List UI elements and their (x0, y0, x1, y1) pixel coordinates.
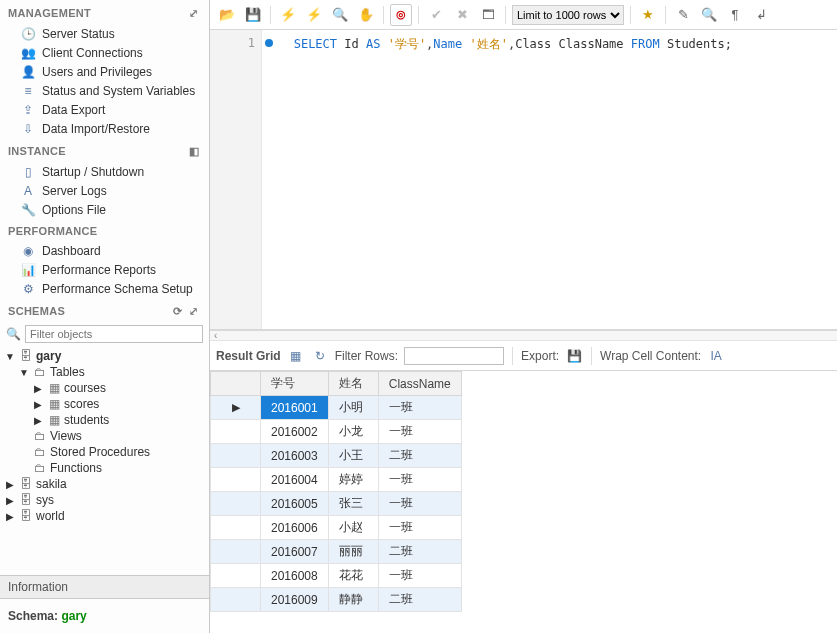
export-icon[interactable]: 💾 (565, 347, 583, 365)
table-scores[interactable]: ▶▦scores (4, 396, 205, 412)
nav-status-vars[interactable]: ≡Status and System Variables (0, 81, 209, 100)
cell[interactable]: 丽丽 (328, 540, 378, 564)
nav-data-import[interactable]: ⇩Data Import/Restore (0, 119, 209, 138)
explain-icon[interactable]: 🔍 (329, 4, 351, 26)
table-courses[interactable]: ▶▦courses (4, 380, 205, 396)
cell[interactable]: 2016008 (261, 564, 329, 588)
execute-icon[interactable]: ⚡ (277, 4, 299, 26)
table-row[interactable]: 2016004婷婷一班 (211, 468, 462, 492)
row-selector[interactable] (211, 588, 261, 612)
table-row[interactable]: 2016009静静二班 (211, 588, 462, 612)
schema-sakila[interactable]: ▶🗄sakila (4, 476, 205, 492)
table-row[interactable]: 2016008花花一班 (211, 564, 462, 588)
tab-scroll-strip[interactable] (210, 331, 837, 341)
expand-icon[interactable]: ⤢ (187, 304, 201, 318)
cell[interactable]: 一班 (378, 564, 461, 588)
row-selector[interactable] (211, 444, 261, 468)
table-row[interactable]: 2016006小赵一班 (211, 516, 462, 540)
cell[interactable]: 二班 (378, 444, 461, 468)
row-selector[interactable] (211, 540, 261, 564)
toggle-limit-icon[interactable]: ◎ (390, 4, 412, 26)
cell[interactable]: 小赵 (328, 516, 378, 540)
filter-rows-input[interactable] (404, 347, 504, 365)
col-header[interactable]: 学号 (261, 372, 329, 396)
row-selector[interactable] (211, 516, 261, 540)
cell[interactable]: 一班 (378, 516, 461, 540)
cell[interactable]: 婷婷 (328, 468, 378, 492)
cell[interactable]: 2016001 (261, 396, 329, 420)
wrap-icon[interactable]: ↲ (750, 4, 772, 26)
rollback-icon[interactable]: ✖ (451, 4, 473, 26)
table-row[interactable]: 2016007丽丽二班 (211, 540, 462, 564)
sql-editor[interactable]: 1 SELECT Id AS '学号',Name '姓名',Class Clas… (210, 30, 837, 330)
cell[interactable]: 二班 (378, 540, 461, 564)
cell[interactable]: 一班 (378, 420, 461, 444)
row-limit-select[interactable]: Limit to 1000 rows (512, 5, 624, 25)
nav-options-file[interactable]: 🔧Options File (0, 200, 209, 219)
cell[interactable]: 一班 (378, 396, 461, 420)
folder-tables[interactable]: ▼🗀Tables (4, 364, 205, 380)
cell[interactable]: 2016003 (261, 444, 329, 468)
row-selector[interactable]: ▶ (211, 396, 261, 420)
cell[interactable]: 花花 (328, 564, 378, 588)
cell[interactable]: 二班 (378, 588, 461, 612)
sql-code[interactable]: SELECT Id AS '学号',Name '姓名',Class ClassN… (262, 30, 837, 329)
toggle-whitespace-icon[interactable]: ¶ (724, 4, 746, 26)
table-students[interactable]: ▶▦students (4, 412, 205, 428)
nav-server-status[interactable]: 🕒Server Status (0, 24, 209, 43)
table-row[interactable]: 2016002小龙一班 (211, 420, 462, 444)
cell[interactable]: 2016009 (261, 588, 329, 612)
folder-functions[interactable]: 🗀Functions (4, 460, 205, 476)
cell[interactable]: 小龙 (328, 420, 378, 444)
cell[interactable]: 一班 (378, 468, 461, 492)
beautify-icon[interactable]: ★ (637, 4, 659, 26)
folder-stored-procedures[interactable]: 🗀Stored Procedures (4, 444, 205, 460)
nav-perf-reports[interactable]: 📊Performance Reports (0, 260, 209, 279)
nav-server-logs[interactable]: AServer Logs (0, 181, 209, 200)
schema-sys[interactable]: ▶🗄sys (4, 492, 205, 508)
nav-startup-shutdown[interactable]: ▯Startup / Shutdown (0, 162, 209, 181)
cell[interactable]: 一班 (378, 492, 461, 516)
cell[interactable]: 2016007 (261, 540, 329, 564)
nav-data-export[interactable]: ⇪Data Export (0, 100, 209, 119)
refresh-icon[interactable]: ↻ (311, 347, 329, 365)
table-row[interactable]: 2016003小王二班 (211, 444, 462, 468)
nav-users-privileges[interactable]: 👤Users and Privileges (0, 62, 209, 81)
cell[interactable]: 2016005 (261, 492, 329, 516)
grid-icon[interactable]: ▦ (287, 347, 305, 365)
nav-dashboard[interactable]: ◉Dashboard (0, 241, 209, 260)
cell[interactable]: 小王 (328, 444, 378, 468)
folder-views[interactable]: 🗀Views (4, 428, 205, 444)
commit-icon[interactable]: ✔ (425, 4, 447, 26)
col-header[interactable]: 姓名 (328, 372, 378, 396)
autocommit-icon[interactable]: 🗔 (477, 4, 499, 26)
row-selector[interactable] (211, 420, 261, 444)
cell[interactable]: 2016004 (261, 468, 329, 492)
schema-gary[interactable]: ▼🗄gary (4, 348, 205, 364)
find-icon[interactable]: 🔍 (698, 4, 720, 26)
row-selector[interactable] (211, 492, 261, 516)
cell[interactable]: 张三 (328, 492, 378, 516)
cell[interactable]: 静静 (328, 588, 378, 612)
save-icon[interactable]: 💾 (242, 4, 264, 26)
snippet-icon[interactable]: ✎ (672, 4, 694, 26)
cell[interactable]: 2016002 (261, 420, 329, 444)
nav-perf-schema-setup[interactable]: ⚙Performance Schema Setup (0, 279, 209, 298)
cell[interactable]: 2016006 (261, 516, 329, 540)
execute-step-icon[interactable]: ⚡ (303, 4, 325, 26)
refresh-icon[interactable]: ⟳ (171, 304, 185, 318)
open-file-icon[interactable]: 📂 (216, 4, 238, 26)
schema-filter-input[interactable] (25, 325, 203, 343)
row-selector[interactable] (211, 564, 261, 588)
wrap-cell-icon[interactable]: IA (707, 347, 725, 365)
table-row[interactable]: ▶2016001小明一班 (211, 396, 462, 420)
table-row[interactable]: 2016005张三一班 (211, 492, 462, 516)
nav-client-connections[interactable]: 👥Client Connections (0, 43, 209, 62)
col-header[interactable]: ClassName (378, 372, 461, 396)
expand-icon[interactable]: ⤢ (187, 6, 201, 20)
row-selector[interactable] (211, 468, 261, 492)
cell[interactable]: 小明 (328, 396, 378, 420)
stop-icon[interactable]: ✋ (355, 4, 377, 26)
result-grid[interactable]: 学号 姓名 ClassName ▶2016001小明一班2016002小龙一班2… (210, 371, 837, 612)
schema-world[interactable]: ▶🗄world (4, 508, 205, 524)
